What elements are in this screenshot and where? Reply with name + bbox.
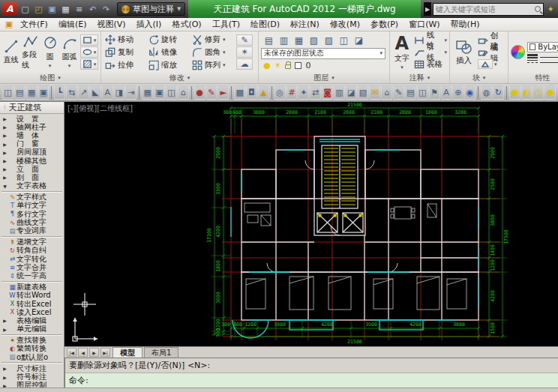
toolbar-button[interactable]: ⇥	[125, 85, 136, 100]
quick-access-button[interactable]: ◰	[32, 3, 45, 16]
tab-nav-button[interactable]: |◀	[67, 348, 76, 357]
stretch-button[interactable]: 拉伸	[104, 60, 147, 70]
toolbar-button[interactable]: ⇆	[66, 85, 77, 100]
quick-access-button[interactable]: ▢	[19, 3, 32, 16]
toolbar-button[interactable]: A	[441, 85, 452, 100]
workspace-switcher[interactable]: 草图与注释 ▼	[117, 2, 185, 16]
toolbar-button[interactable]: ▩	[234, 85, 245, 100]
menu-item[interactable]: 修改(M)	[325, 19, 365, 30]
toolbar-button[interactable]: ◨	[114, 85, 125, 100]
layer-tool-button[interactable]: ▦	[292, 35, 305, 46]
toolbar-button[interactable]: ↻	[493, 85, 504, 100]
toolbar-button[interactable]: ▣	[38, 85, 50, 100]
layer-tool-button[interactable]: ▨	[322, 35, 335, 46]
layer-dropdown[interactable]: ● ☀ 0	[261, 61, 386, 70]
tab-layout1[interactable]: 布局1	[144, 347, 178, 358]
toolbar-button[interactable]: ▥	[334, 85, 345, 100]
scale-button[interactable]: 缩放	[147, 60, 190, 70]
toolbar-button[interactable]: ✉	[369, 85, 380, 100]
color-wheel-icon[interactable]	[511, 45, 525, 59]
linetype-value[interactable]	[540, 62, 558, 63]
toolbar-button[interactable]: ◙	[322, 85, 333, 100]
menu-item[interactable]: 视图(V)	[92, 19, 130, 30]
quick-access-button[interactable]: ▦	[59, 3, 72, 16]
toolbar-button[interactable]: ▤	[405, 85, 416, 100]
toolbar-button[interactable]: ●	[544, 85, 556, 100]
menu-item[interactable]: 绘图(D)	[245, 19, 285, 30]
search-input[interactable]	[436, 5, 533, 13]
palette-menu-item[interactable]: ▶ 单元编辑	[0, 325, 64, 334]
leader-button[interactable]: 引线▾	[414, 46, 447, 58]
autocad-logo-icon[interactable]: A	[2, 2, 17, 16]
toolbar-button[interactable]: ⌂	[381, 85, 392, 100]
quick-access-button[interactable]: ≡	[73, 3, 86, 16]
polyline-button[interactable]: 多段线	[22, 33, 39, 71]
menu-item[interactable]: 插入(I)	[131, 19, 167, 30]
trim-button[interactable]: 修剪▾	[190, 34, 234, 45]
toolbar-button[interactable]: ◍	[481, 85, 492, 100]
toolbar-button[interactable]: ◉	[464, 85, 476, 100]
palette-title[interactable]: ⁞天正建筑	[0, 102, 64, 114]
toolbar-button[interactable]: ●	[194, 85, 206, 100]
tab-nav-button[interactable]: ▶	[89, 348, 99, 357]
hatch-button[interactable]: ▾	[80, 58, 98, 70]
palette-menu-item[interactable]: ▤ 专业词库	[0, 226, 64, 235]
edit-block-button[interactable]: 编辑	[478, 47, 506, 58]
palette-menu-item[interactable]: ▼ 文字表格	[0, 182, 64, 190]
text-button[interactable]: A 文字 ▾	[392, 34, 412, 71]
toolbar-button[interactable]: ◫	[166, 85, 177, 100]
insert-block-button[interactable]: 插入	[452, 39, 476, 66]
toolbar-button[interactable]: ⊕	[452, 85, 464, 100]
circle-button[interactable]: 圆 ▾	[41, 35, 58, 70]
layer-tool-button[interactable]: ▤	[262, 35, 275, 46]
rectangle-button[interactable]: ▾	[80, 34, 98, 46]
toolbar-button[interactable]: ◪	[346, 85, 357, 100]
toolbar-button[interactable]: ✎	[206, 85, 218, 100]
palette-menu-item[interactable]: ⇕ 统一字高	[0, 271, 64, 280]
menu-item[interactable]: 格式(O)	[166, 19, 206, 30]
table-button[interactable]: 表格	[414, 58, 447, 70]
toolbar-button[interactable]: ✦	[298, 85, 309, 100]
toolbar-button[interactable]: A	[102, 85, 113, 100]
toolbar-button[interactable]: ▣	[154, 85, 165, 100]
panel-title-layers[interactable]: 图层▾	[259, 73, 389, 83]
title-expand-arrow-icon[interactable]: ▶	[424, 2, 431, 16]
layer-tool-button[interactable]: ◪	[352, 35, 365, 46]
drawing-viewport[interactable]: [-][俯视][二维线框]	[64, 102, 558, 346]
toolbar-button[interactable]: ⌂	[178, 85, 189, 100]
panel-title-properties[interactable]: 特性	[508, 73, 558, 83]
toolbar-button[interactable]: ▤	[14, 85, 26, 100]
tab-nav-button[interactable]: ◀	[78, 348, 88, 357]
toolbar-button[interactable]: ◘	[246, 85, 257, 100]
menu-item[interactable]: 文件(F)	[15, 19, 53, 30]
mirror-button[interactable]: 镜像	[147, 47, 190, 58]
toolbar-button[interactable]: ◫	[417, 85, 428, 100]
move-button[interactable]: 移动	[104, 34, 147, 45]
panel-title-modify[interactable]: 修改▾	[101, 73, 258, 83]
explode-button[interactable]: ✶	[236, 46, 253, 58]
color-control-dropdown[interactable]: ByLayer	[527, 42, 558, 52]
toolbar-button[interactable]: ◐	[521, 85, 532, 100]
panel-title-block[interactable]: 块▾	[450, 73, 508, 83]
arc-button[interactable]: 圆弧 ▾	[61, 35, 78, 70]
tab-nav-button[interactable]: ▶|	[100, 348, 110, 357]
layer-tool-button[interactable]: ▥	[278, 35, 290, 46]
toolbar-button[interactable]: ▦	[26, 85, 38, 100]
menu-item[interactable]: 窗口(W)	[404, 19, 445, 30]
rotate-button[interactable]: 旋转	[147, 34, 190, 45]
line-button[interactable]: 直线	[2, 38, 20, 66]
command-input[interactable]: 命令:	[65, 373, 558, 388]
menu-item[interactable]: 工具(T)	[207, 19, 245, 30]
toolbar-button[interactable]: ◎	[274, 85, 286, 100]
toolbar-button[interactable]: ✎	[393, 85, 404, 100]
layer-tool-button[interactable]: ◫	[338, 35, 350, 46]
toolbar-button[interactable]: ↗	[78, 85, 89, 100]
menu-item[interactable]: 编辑(E)	[53, 19, 92, 30]
lineweight-value[interactable]	[540, 57, 558, 58]
toolbar-button[interactable]: ┗	[54, 85, 65, 100]
quick-access-button[interactable]: ▣	[46, 3, 58, 16]
menu-item[interactable]: 参数(P)	[365, 19, 404, 30]
menu-item[interactable]: 标注(N)	[285, 19, 325, 30]
viewport-controls[interactable]: [-][俯视][二维线框]	[68, 103, 133, 114]
toolbar-button[interactable]: ▧	[358, 85, 369, 100]
